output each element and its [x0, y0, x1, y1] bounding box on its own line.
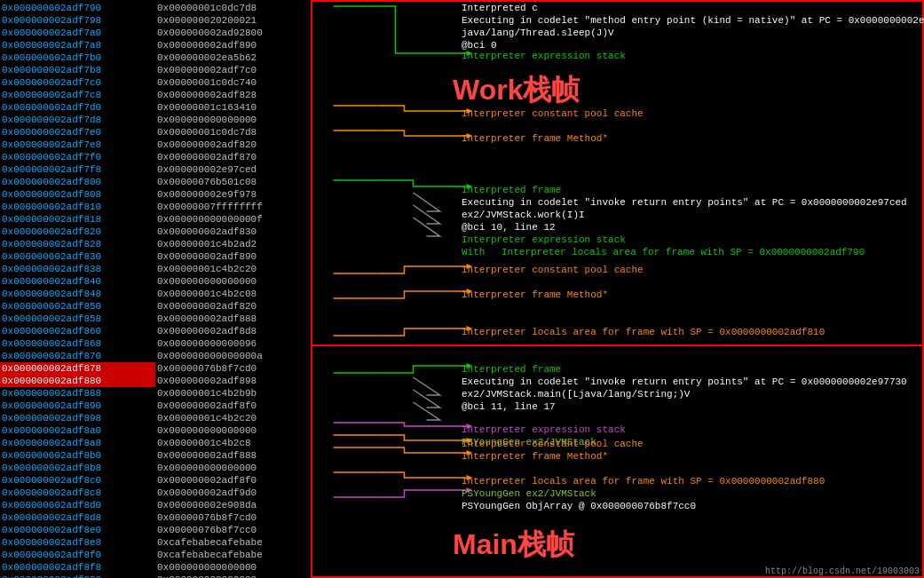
addr-line-14: 0x000000002adf800 [0, 176, 155, 188]
addr-line-18: 0x000000002adf820 [0, 226, 155, 238]
val-line-45: 0x000000000000000 [155, 561, 311, 574]
val-line-25: 0x000000002adf888 [155, 313, 311, 325]
ann-executing-invoke-return2: Executing in codelet "invoke return entr… [462, 376, 907, 388]
val-line-40: 0x000000002e908da [155, 499, 311, 511]
addr-line-42: 0x000000002adf8e0 [0, 524, 155, 536]
ann-interp-locals-area1: Interpreter locals area for frame with S… [501, 246, 865, 258]
ann-interp-expr-stack3: Interpreter expression stack [462, 424, 626, 436]
addr-line-10: 0x000000002adf7e0 [0, 126, 155, 139]
ann-psyounggen-objarray: PSYoungGen ObjArray @ 0x000000076b8f7cc0 [462, 500, 696, 512]
val-line-33: 0x00000001c4b2c20 [155, 412, 311, 424]
ann-interp-locals-area2: Interpreter locals area for frame with S… [462, 326, 825, 338]
val-line-46: 0x000000000000000 [155, 574, 311, 578]
watermark: http://blog.csdn.net/19003003 [765, 566, 920, 576]
ann-jvmstack-main: ex2/JVMStack.main([Ljava/lang/String;)V [462, 388, 690, 400]
addr-line-3: 0x000000002adf7a8 [0, 39, 155, 51]
val-line-36: 0x000000002adf888 [155, 449, 311, 462]
val-line-31: 0x00000001c4b2b9b [155, 387, 311, 400]
val-line-28: 0x000000000000000a [155, 350, 311, 362]
val-line-30: 0x000000002adf898 [155, 375, 311, 387]
addr-line-32: 0x000000002adf890 [0, 400, 155, 412]
val-line-23: 0x00000001c4b2c08 [155, 288, 311, 300]
ann-executing-native: Executing in codelet "method entry point… [462, 14, 924, 27]
addr-line-43: 0x000000002adf8e8 [0, 536, 155, 549]
addr-line-4: 0x000000002adf7b0 [0, 51, 155, 64]
val-line-16: 0x00000007ffffffff [155, 201, 311, 213]
addr-line-23: 0x000000002adf848 [0, 288, 155, 300]
val-line-41: 0x00000076b8f7cd0 [155, 511, 311, 524]
addr-line-33: 0x000000002adf898 [0, 412, 155, 424]
val-line-42: 0x00000076b8f7cc0 [155, 524, 311, 536]
val-line-35: 0x00000001c4b2c8 [155, 437, 311, 449]
ann-with-text: With [462, 246, 485, 258]
addr-line-8: 0x000000002adf7d0 [0, 101, 155, 114]
ann-jvmstack-work: ex2/JVMStack.work(I)I [462, 209, 585, 221]
addr-line-5: 0x000000002adf7b8 [0, 64, 155, 76]
val-line-17: 0x000000000000000f [155, 213, 311, 226]
addr-line-6: 0x000000002adf7c0 [0, 76, 155, 89]
right-area: Work栈帧 Main栈帧 [311, 0, 924, 578]
ann-executing-invoke-return1: Executing in codelet "invoke return entr… [462, 196, 907, 209]
addr-line-37: 0x000000002adf8b8 [0, 462, 155, 474]
work-frame-title: Work栈帧 [453, 71, 580, 110]
addr-line-41: 0x000000002adf8d8 [0, 511, 155, 524]
addr-line-2: 0x000000002adf7a0 [0, 27, 155, 39]
val-line-37: 0x000000000000000 [155, 462, 311, 474]
val-line-39: 0x000000002adf9d0 [155, 487, 311, 499]
addr-line-39: 0x000000002adf8c8 [0, 487, 155, 499]
addr-line-11: 0x000000002adf7e8 [0, 139, 155, 151]
addr-line-38: 0x000000002adf8c0 [0, 474, 155, 487]
addr-line-26: 0x000000002adf860 [0, 325, 155, 337]
val-line-19: 0x00000001c4b2ad2 [155, 238, 311, 250]
addr-line-20: 0x000000002adf830 [0, 250, 155, 263]
left-address-column: 0x000000002adf790 0x000000002adf798 0x00… [0, 0, 155, 578]
ann-interp-const-pool3: Interpreter constant pool cache [462, 438, 644, 450]
val-line-2: 0x000000002ad92800 [155, 27, 311, 39]
addr-line-36: 0x000000002adf8b0 [0, 449, 155, 462]
val-line-8: 0x00000001c163410 [155, 101, 311, 114]
val-line-26: 0x000000002adf8d8 [155, 325, 311, 337]
addr-line-45: 0x000000002adf8f8 [0, 561, 155, 574]
val-line-24: 0x000000002adf820 [155, 300, 311, 313]
val-line-12: 0x000000002adf870 [155, 151, 311, 163]
addr-line-0: 0x000000002adf790 [0, 2, 155, 14]
val-line-5: 0x000000002adf7c0 [155, 64, 311, 76]
addr-line-27: 0x000000002adf868 [0, 337, 155, 350]
val-line-10: 0x00000001c0dc7d8 [155, 126, 311, 139]
ann-bci-10: @bci 10, line 12 [462, 221, 556, 234]
val-line-3: 0x000000002adf890 [155, 39, 311, 51]
addr-line-13: 0x000000002adf7f8 [0, 163, 155, 176]
addr-line-7: 0x000000002adf7c8 [0, 89, 155, 101]
addr-line-28: 0x000000002adf870 [0, 350, 155, 362]
ann-interpreted-c: Interpreted c [462, 2, 538, 14]
addr-line-12: 0x000000002adf7f0 [0, 151, 155, 163]
val-line-11: 0x000000002adf820 [155, 139, 311, 151]
addr-line-30: 0x000000002adf880 [0, 375, 155, 387]
val-line-21: 0x00000001c4b2c20 [155, 263, 311, 275]
val-line-38: 0x000000002adf8f0 [155, 474, 311, 487]
val-line-1: 0x000000020200021 [155, 14, 311, 27]
ann-bci-11: @bci 11, line 17 [462, 400, 556, 413]
ann-interp-const-pool1: Interpreter constant pool cache [462, 107, 644, 120]
val-line-9: 0x000000000000000 [155, 114, 311, 126]
ann-interp-frame-method2: Interpreter frame Method* [462, 289, 608, 301]
ann-interp-frame-method3: Interpreter frame Method* [462, 450, 608, 463]
val-line-13: 0x000000002e97ced [155, 163, 311, 176]
addr-line-29: 0x000000002adf878 [0, 362, 155, 375]
addr-line-21: 0x000000002adf838 [0, 263, 155, 275]
addr-line-25: 0x000000002adf858 [0, 313, 155, 325]
ann-interp-frame-method1: Interpreter frame Method* [462, 132, 608, 145]
val-line-7: 0x000000002adf828 [155, 89, 311, 101]
val-line-14: 0x00000076b501c08 [155, 176, 311, 188]
ann-interp-const-pool2: Interpreter constant pool cache [462, 264, 644, 276]
val-line-43: 0xcafebabecafebabe [155, 536, 311, 549]
addr-line-34: 0x000000002adf8a0 [0, 424, 155, 437]
addr-line-15: 0x000000002adf808 [0, 188, 155, 201]
ann-interp-expr-stack1: Interpreter expression stack [462, 50, 626, 62]
val-line-32: 0x000000002adf8f0 [155, 400, 311, 412]
ann-psyounggen-jvmstack2: PSYoungGen ex2/JVMStack [462, 487, 596, 500]
addr-line-1: 0x000000002adf798 [0, 14, 155, 27]
addr-line-40: 0x000000002adf8d0 [0, 499, 155, 511]
addr-line-44: 0x000000002adf8f0 [0, 549, 155, 561]
val-line-27: 0x000000000000096 [155, 337, 311, 350]
